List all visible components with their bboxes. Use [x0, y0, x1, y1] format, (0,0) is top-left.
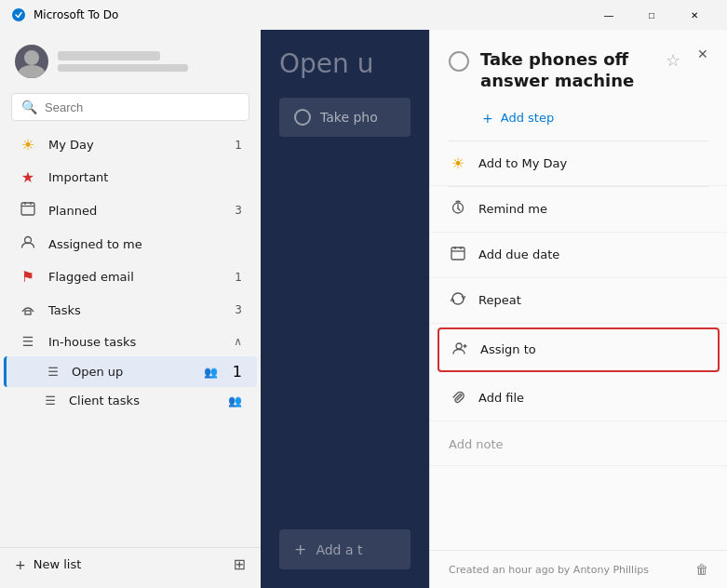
repeat-label: Repeat	[478, 293, 708, 307]
remind-me-label: Remind me	[478, 202, 708, 216]
svg-point-16	[456, 343, 462, 349]
middle-panel: Open u Take pho + Add a t	[261, 30, 429, 588]
sidebar-item-tasks-count: 3	[235, 303, 242, 316]
sidebar: 🔍 ☀ My Day 1 ★ Important Planned 3	[0, 30, 261, 588]
svg-rect-12	[451, 247, 464, 260]
detail-task-title-area: Take phones off answer machine	[480, 48, 653, 92]
search-icon: 🔍	[21, 100, 37, 114]
client-shared-icon: 👥	[228, 394, 242, 408]
my-day-option-icon: ☀	[449, 154, 467, 172]
add-step-plus-icon: +	[482, 111, 493, 126]
main-layout: 🔍 ☀ My Day 1 ★ Important Planned 3	[0, 30, 727, 588]
sidebar-item-open-up-count: 1	[233, 363, 242, 381]
in-house-icon: ☰	[19, 334, 37, 349]
assign-to-icon	[451, 341, 469, 359]
sidebar-item-tasks[interactable]: Tasks 3	[4, 293, 257, 327]
sidebar-item-important-label: Important	[48, 170, 242, 184]
sidebar-item-client-tasks[interactable]: ☰ Client tasks 👥	[4, 387, 257, 414]
svg-line-11	[458, 208, 460, 210]
avatar-info	[58, 51, 188, 72]
detail-footer: Created an hour ago by Antony Phillips 🗑	[430, 550, 727, 588]
maximize-button[interactable]: □	[630, 0, 673, 30]
sidebar-item-planned[interactable]: Planned 3	[4, 194, 257, 227]
close-button[interactable]: ✕	[673, 0, 716, 30]
open-up-list-icon: ☰	[44, 365, 62, 379]
detail-option-add-to-my-day[interactable]: ☀ Add to My Day	[430, 141, 727, 186]
detail-add-step-button[interactable]: + Add step	[430, 107, 727, 140]
detail-option-add-file[interactable]: Add file	[430, 376, 727, 421]
svg-rect-8	[25, 311, 31, 314]
minimize-button[interactable]: —	[587, 0, 630, 30]
add-task-button[interactable]: + Add a t	[279, 529, 411, 569]
titlebar: Microsoft To Do — □ ✕	[0, 0, 727, 30]
important-icon: ★	[19, 168, 37, 186]
user-name	[58, 51, 160, 60]
app-logo-icon	[11, 7, 26, 22]
user-profile-area[interactable]	[0, 37, 261, 89]
sidebar-section-in-house[interactable]: ☰ In-house tasks ∧	[4, 327, 257, 356]
client-tasks-list-icon: ☰	[41, 394, 60, 408]
new-list-label: New list	[34, 557, 82, 571]
svg-point-2	[19, 65, 45, 78]
detail-task-circle[interactable]	[449, 51, 469, 72]
sidebar-item-open-up[interactable]: ☰ Open up 👥 1	[4, 356, 257, 387]
sidebar-item-flagged-email[interactable]: ⚑ Flagged email 1	[4, 261, 257, 293]
planned-icon	[19, 201, 37, 220]
sidebar-item-assigned-label: Assigned to me	[48, 237, 242, 251]
add-task-plus-icon: +	[294, 541, 306, 558]
detail-option-add-due-date[interactable]: Add due date	[430, 233, 727, 278]
task-circle	[294, 109, 311, 126]
my-day-icon: ☀	[19, 136, 37, 154]
detail-option-assign-to[interactable]: Assign to	[438, 327, 720, 372]
new-list-plus-icon: +	[15, 557, 26, 572]
detail-option-remind-me[interactable]: Remind me	[430, 187, 727, 233]
search-input[interactable]	[45, 100, 239, 114]
due-date-label: Add due date	[478, 247, 708, 261]
add-step-label: Add step	[501, 111, 554, 125]
sidebar-item-important[interactable]: ★ Important	[4, 161, 257, 194]
app-title: Microsoft To Do	[34, 8, 580, 21]
sidebar-item-assigned-to-me[interactable]: Assigned to me	[4, 227, 257, 261]
add-task-label: Add a t	[316, 542, 362, 557]
detail-star-button[interactable]: ☆	[664, 48, 682, 73]
new-list-button[interactable]: + New list	[15, 557, 81, 572]
detail-panel: ✕ Take phones off answer machine ☆ + Add…	[429, 30, 727, 588]
detail-note-area[interactable]: Add note	[430, 421, 727, 466]
detail-close-button[interactable]: ✕	[690, 41, 716, 67]
tasks-icon	[19, 301, 37, 319]
sidebar-bottom: + New list ⊞	[0, 547, 261, 581]
sidebar-item-flagged-label: Flagged email	[48, 270, 223, 284]
svg-point-1	[24, 50, 39, 65]
detail-task-title: Take phones off answer machine	[480, 48, 653, 92]
sidebar-item-my-day[interactable]: ☀ My Day 1	[4, 128, 257, 161]
repeat-icon	[449, 291, 467, 310]
svg-point-0	[12, 8, 25, 21]
add-file-icon	[449, 389, 467, 408]
svg-rect-3	[21, 203, 34, 215]
assign-to-label: Assign to	[480, 342, 707, 356]
middle-panel-title: Open u	[279, 48, 373, 79]
detail-note-label: Add note	[449, 437, 504, 451]
remind-me-icon	[449, 200, 467, 219]
window-controls: — □ ✕	[587, 0, 716, 30]
due-date-icon	[449, 246, 467, 264]
avatar	[15, 45, 48, 78]
search-bar[interactable]: 🔍	[11, 93, 249, 121]
sidebar-item-client-tasks-label: Client tasks	[69, 394, 219, 408]
new-list-grid-icon[interactable]: ⊞	[234, 555, 246, 573]
detail-header: Take phones off answer machine ☆	[430, 30, 727, 107]
assigned-to-me-icon	[19, 234, 37, 253]
detail-delete-button[interactable]: 🗑	[695, 562, 708, 577]
detail-footer-text: Created an hour ago by Antony Phillips	[449, 564, 649, 576]
user-email	[58, 64, 188, 72]
sidebar-item-my-day-label: My Day	[48, 138, 223, 152]
sidebar-item-my-day-count: 1	[235, 139, 242, 152]
task-card-label: Take pho	[320, 110, 378, 125]
my-day-option-label: Add to My Day	[478, 156, 708, 170]
chevron-up-icon: ∧	[234, 335, 242, 348]
shared-icon: 👥	[204, 366, 218, 379]
detail-option-repeat[interactable]: Repeat	[430, 278, 727, 324]
task-card[interactable]: Take pho	[279, 98, 411, 137]
sidebar-item-open-up-label: Open up	[72, 365, 195, 379]
sidebar-item-planned-count: 3	[235, 204, 242, 217]
